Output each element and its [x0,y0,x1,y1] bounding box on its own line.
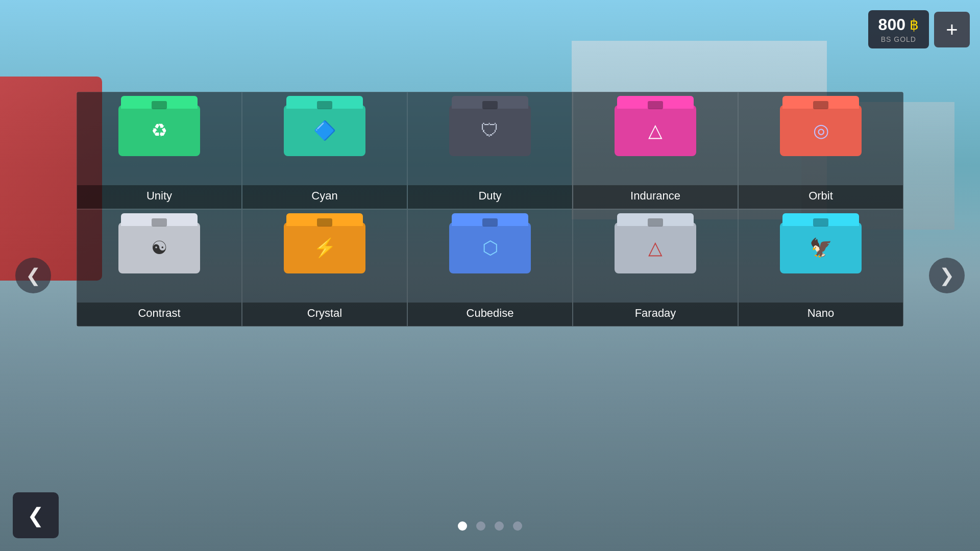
crate-box-contrast: ☯ [118,222,200,273]
crate-item-contrast[interactable]: ☯Contrast [77,209,242,327]
pagination-dot-0[interactable] [458,521,467,531]
crate-box-cyan: 🔷 [284,105,365,156]
crate-box-nano: 🦅 [780,222,862,273]
crate-visual-indurance: △ [609,97,701,164]
pagination-dot-2[interactable] [495,521,504,531]
crate-box-cubedise: ⬡ [449,222,531,273]
crate-box-indurance: △ [615,105,696,156]
crate-box-unity: ♻ [118,105,200,156]
crate-label-contrast: Contrast [77,303,241,326]
crate-visual-unity: ♻ [113,97,205,164]
crate-label-unity: Unity [77,185,241,209]
currency-bar: 800 ฿ BS GOLD + [868,10,970,48]
currency-amount: 800 [878,15,905,34]
crate-icon-cyan: 🔷 [313,120,336,141]
crate-visual-orbit: ◎ [775,97,867,164]
crate-box-faraday: △ [615,222,696,273]
crate-icon-indurance: △ [648,120,663,141]
crate-visual-crystal: ⚡ [279,215,371,281]
pagination-dot-3[interactable] [513,521,522,531]
crate-item-cubedise[interactable]: ⬡Cubedise [407,209,573,327]
crate-grid: ♻Unity🔷Cyan🛡Duty△Indurance◎Orbit☯Contras… [77,92,903,327]
crate-item-indurance[interactable]: △Indurance [573,92,738,209]
currency-label: BS GOLD [878,35,919,43]
crate-icon-crystal: ⚡ [313,237,336,259]
crate-label-nano: Nano [739,303,903,326]
crate-label-cubedise: Cubedise [408,303,572,326]
right-arrow-icon: ❯ [939,265,954,286]
nav-right-button[interactable]: ❯ [929,258,965,293]
currency-coin-icon: ฿ [910,16,919,33]
pagination-dots [458,521,522,531]
crate-item-orbit[interactable]: ◎Orbit [738,92,903,209]
crate-label-cyan: Cyan [242,185,407,209]
crate-visual-duty: 🛡 [444,97,536,164]
crate-label-crystal: Crystal [242,303,407,326]
crate-icon-nano: 🦅 [810,237,832,259]
pagination-bar [0,521,980,531]
crate-icon-orbit: ◎ [813,120,829,141]
crate-visual-cyan: 🔷 [279,97,371,164]
plus-icon: + [946,19,958,40]
crate-label-duty: Duty [408,185,572,209]
crate-icon-contrast: ☯ [151,237,167,259]
crate-item-nano[interactable]: 🦅Nano [738,209,903,327]
crate-label-faraday: Faraday [573,303,738,326]
pagination-dot-1[interactable] [476,521,485,531]
crate-visual-cubedise: ⬡ [444,215,536,281]
crate-item-unity[interactable]: ♻Unity [77,92,242,209]
crate-visual-nano: 🦅 [775,215,867,281]
crate-box-orbit: ◎ [780,105,862,156]
crate-visual-faraday: △ [609,215,701,281]
crate-icon-duty: 🛡 [481,120,499,141]
crate-item-crystal[interactable]: ⚡Crystal [242,209,407,327]
crate-item-cyan[interactable]: 🔷Cyan [242,92,407,209]
crate-label-indurance: Indurance [573,185,738,209]
crate-item-duty[interactable]: 🛡Duty [407,92,573,209]
crate-label-orbit: Orbit [739,185,903,209]
crate-icon-unity: ♻ [151,120,167,141]
crate-icon-faraday: △ [648,237,663,259]
back-button[interactable]: ❮ [13,492,59,538]
crate-visual-contrast: ☯ [113,215,205,281]
add-currency-button[interactable]: + [934,12,970,47]
left-arrow-icon: ❮ [26,265,41,286]
nav-left-button[interactable]: ❮ [15,258,51,293]
crate-item-faraday[interactable]: △Faraday [573,209,738,327]
currency-display: 800 ฿ BS GOLD [868,10,929,48]
crate-box-duty: 🛡 [449,105,531,156]
crate-box-crystal: ⚡ [284,222,365,273]
crate-icon-cubedise: ⬡ [482,237,498,259]
